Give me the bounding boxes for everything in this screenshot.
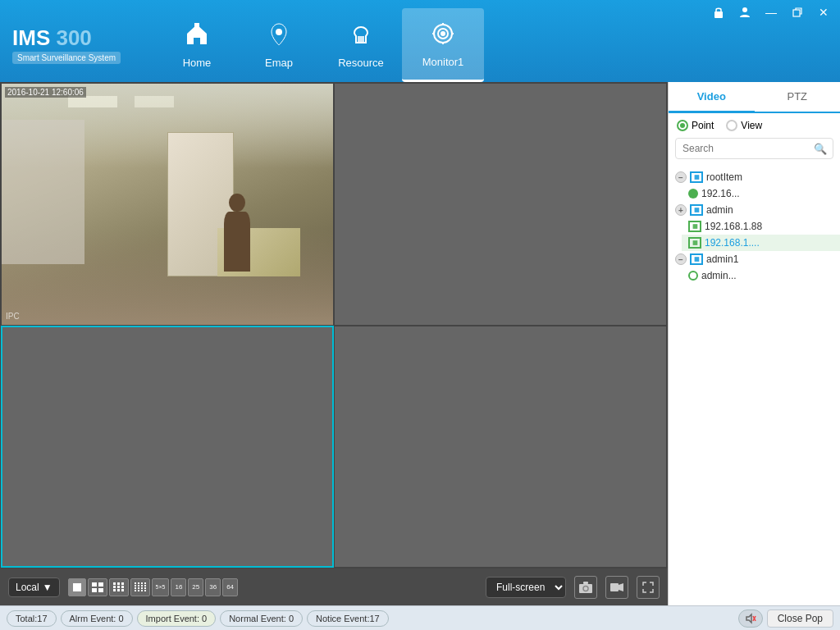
- radio-point[interactable]: Point: [677, 120, 714, 131]
- svg-rect-2: [358, 36, 364, 43]
- restore-button[interactable]: [785, 0, 810, 25]
- tree-item-192-16[interactable]: 192.16...: [682, 185, 840, 202]
- search-input[interactable]: [675, 138, 833, 159]
- grid-btn-2x2[interactable]: [88, 578, 107, 596]
- tree-item-admin1[interactable]: − ▦ admin1: [669, 251, 840, 267]
- svg-rect-22: [117, 586, 120, 588]
- svg-rect-0: [194, 23, 199, 30]
- logo-area: IMS 300 Smart Surveillance System: [0, 19, 156, 64]
- svg-rect-26: [121, 589, 124, 591]
- video-cell-4[interactable]: [334, 326, 667, 568]
- tree-label-192-168-88: 192.168.1.88: [705, 221, 762, 232]
- svg-rect-31: [135, 585, 136, 587]
- scene-wall: [2, 120, 84, 264]
- svg-rect-40: [138, 590, 139, 591]
- window-controls: — ✕: [706, 0, 840, 25]
- header: IMS 300 Smart Surveillance System Home E…: [0, 0, 840, 82]
- nav-emap[interactable]: Emap: [238, 8, 320, 82]
- tree-label-admin1: admin1: [706, 253, 738, 265]
- badge-alarm[interactable]: Alrm Event: 0: [61, 610, 133, 627]
- tab-video[interactable]: Video: [669, 82, 755, 113]
- svg-rect-18: [113, 582, 116, 585]
- radio-view-label: View: [741, 120, 762, 131]
- grid-btn-64[interactable]: 64: [222, 578, 238, 596]
- camera-scene: [2, 84, 333, 325]
- status-bar: Total:17 Alrm Event: 0 Import Event: 0 N…: [0, 605, 840, 630]
- fullscreen-select[interactable]: Full-screen: [486, 577, 566, 598]
- svg-rect-38: [144, 587, 146, 589]
- search-icon[interactable]: 🔍: [814, 143, 827, 155]
- minimize-button[interactable]: —: [759, 0, 783, 25]
- grid-btn-5x5[interactable]: 5×5: [152, 578, 170, 596]
- close-button[interactable]: ✕: [811, 0, 836, 25]
- badge-notice[interactable]: Notice Event:17: [307, 610, 389, 627]
- radio-point-dot: [677, 120, 688, 131]
- svg-rect-45: [583, 582, 588, 584]
- nav-home-label: Home: [183, 57, 212, 69]
- expand-rootitem-icon[interactable]: −: [675, 171, 687, 183]
- svg-rect-29: [141, 582, 143, 584]
- mute-button[interactable]: [738, 609, 763, 628]
- tree-item-admin-cam[interactable]: admin...: [682, 267, 840, 284]
- badge-total[interactable]: Total:17: [7, 610, 57, 627]
- grid-btn-4x4[interactable]: [130, 578, 150, 596]
- nav-resource[interactable]: Resource: [320, 8, 402, 82]
- tree-label-admin: admin: [706, 204, 733, 216]
- nav-monitor1[interactable]: Monitor1: [402, 8, 484, 82]
- video-toolbar: Local ▼: [0, 568, 668, 605]
- video-cell-1[interactable]: 2016-10-21 12:60:06: [1, 83, 334, 326]
- svg-rect-15: [98, 582, 103, 587]
- svg-rect-14: [92, 582, 97, 587]
- node-camera-192-16: [688, 189, 698, 199]
- badge-normal[interactable]: Normal Event: 0: [220, 610, 303, 627]
- grid-btn-16[interactable]: 16: [171, 578, 186, 596]
- radio-group: Point View: [669, 113, 840, 138]
- nav-monitor1-label: Monitor1: [422, 56, 464, 68]
- node-icon-admin1: ▦: [690, 253, 703, 265]
- grid-btn-1x1[interactable]: [68, 578, 86, 596]
- svg-rect-16: [92, 588, 97, 592]
- tree-item-rootitem[interactable]: − ▦ rootItem: [669, 169, 840, 185]
- expand-admin1-icon[interactable]: −: [675, 253, 687, 265]
- tree-item-192-168-1[interactable]: ▦ 192.168.1....: [682, 235, 840, 251]
- video-cell-3[interactable]: [1, 326, 334, 568]
- panel-tabs: Video PTZ: [669, 82, 840, 113]
- video-cell-2[interactable]: [334, 83, 667, 326]
- app-title-accent: 300: [56, 25, 91, 50]
- record-button[interactable]: [605, 576, 628, 599]
- svg-rect-30: [144, 582, 146, 584]
- node-camera-admin: [688, 271, 698, 281]
- snapshot-button[interactable]: [574, 576, 597, 599]
- grid-btn-25[interactable]: 25: [188, 578, 203, 596]
- svg-rect-17: [98, 588, 103, 592]
- video-area: 2016-10-21 12:60:06 Local ▼: [0, 82, 668, 605]
- app-title: IMS 300: [12, 27, 156, 48]
- tree-item-192-168-88[interactable]: ▦ 192.168.1.88: [682, 218, 840, 235]
- scene-person: [224, 212, 250, 272]
- svg-point-5: [441, 32, 445, 35]
- local-select[interactable]: Local ▼: [8, 578, 60, 597]
- grid-btn-3x3[interactable]: [109, 578, 129, 596]
- titlebar-icon-user: [733, 0, 757, 25]
- svg-rect-13: [73, 583, 81, 591]
- grid-btn-36[interactable]: 36: [205, 578, 221, 596]
- close-pop-button[interactable]: Close Pop: [767, 609, 833, 628]
- home-icon: [184, 21, 210, 53]
- tree-label-192-168-1: 192.168.1....: [705, 237, 760, 249]
- video-grid: 2016-10-21 12:60:06: [0, 82, 668, 568]
- tree-label-admin-cam: admin...: [701, 270, 737, 281]
- app-subtitle: Smart Surveillance System: [12, 52, 121, 64]
- badge-import[interactable]: Import Event: 0: [137, 610, 217, 627]
- expand-button[interactable]: [637, 576, 660, 599]
- right-panel: Video PTZ Point View 🔍 − ▦ rootI: [668, 82, 840, 605]
- nav-home[interactable]: Home: [156, 8, 238, 82]
- main-area: 2016-10-21 12:60:06 Local ▼: [0, 82, 840, 605]
- tree-item-admin[interactable]: + ▦ admin: [669, 202, 840, 218]
- monitor1-icon: [430, 21, 456, 52]
- node-icon-rootitem: ▦: [690, 171, 703, 183]
- radio-view[interactable]: View: [726, 120, 762, 131]
- grid-buttons: 5×5 16 25 36 64: [68, 578, 239, 596]
- tab-ptz[interactable]: PTZ: [755, 82, 841, 113]
- svg-rect-25: [117, 589, 120, 591]
- expand-admin-icon[interactable]: +: [675, 204, 687, 216]
